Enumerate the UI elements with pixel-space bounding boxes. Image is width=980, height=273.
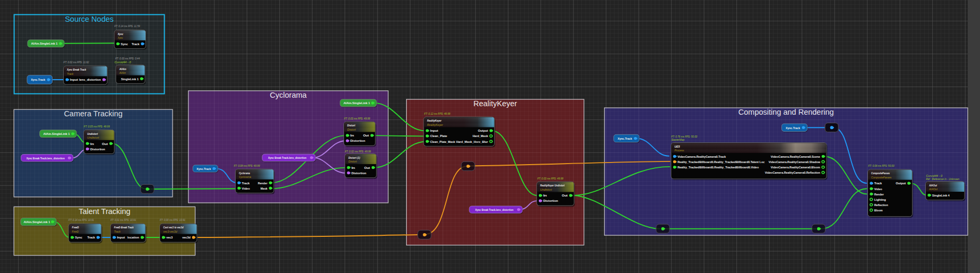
svg-text:VideoCamera.RealityCamera0.Tra: VideoCamera.RealityCamera0.Track — [677, 155, 726, 158]
svg-text:Corvid44 - 0: Corvid44 - 0 — [926, 174, 942, 177]
svg-text:Distort: Distort — [347, 128, 356, 131]
svg-text:In: In — [351, 166, 356, 169]
svg-text:CompositePasses: CompositePasses — [871, 176, 891, 179]
svg-text:FT: 0.76 ms FPS: 50.00: FT: 0.76 ms FPS: 50.00 — [671, 135, 697, 138]
svg-text:Reflection: Reflection — [874, 203, 889, 207]
svg-text:Process: Process — [675, 149, 684, 152]
svg-text:Input: Input — [430, 129, 438, 132]
svg-text:Out: Out — [364, 166, 370, 169]
svg-text:Compositing and Rendering: Compositing and Rendering — [738, 108, 834, 116]
svg-text:Track: Track — [132, 42, 140, 46]
svg-text:Reality_TrackedBillboard0.Real: Reality_TrackedBillboard0.Reality_Tracke… — [677, 160, 764, 164]
svg-text:Distortion: Distortion — [351, 172, 367, 175]
svg-text:FT: 0.00 ms FPS: 0.44: FT: 0.00 ms FPS: 0.44 — [115, 57, 140, 60]
svg-text:RealityKeyer: RealityKeyer — [427, 123, 444, 126]
svg-text:Source Nodes: Source Nodes — [65, 15, 114, 23]
svg-text:Distort: Distort — [348, 160, 357, 163]
svg-text:Render: Render — [258, 182, 268, 185]
svg-text:FT: 0.12 ms FPS: 49.99: FT: 0.12 ms FPS: 49.99 — [424, 112, 450, 115]
svg-text:FT: 0.14 ms FPS: 11.59: FT: 0.14 ms FPS: 11.59 — [115, 24, 140, 28]
svg-text:Xync: Xync — [117, 32, 124, 36]
svg-text:Out: Out — [363, 134, 369, 137]
svg-text:FT: 0.01 ms FPS: 10.91: FT: 0.01 ms FPS: 10.91 — [110, 218, 136, 221]
svg-text:AIAin: AIAin — [119, 71, 126, 74]
svg-text:UE5: UE5 — [675, 145, 681, 148]
svg-text:Bloom: Bloom — [874, 209, 883, 212]
svg-text:Distort: Distort — [347, 124, 356, 127]
svg-text:AIAin.SingleLink 1: AIAin.SingleLink 1 — [43, 132, 70, 135]
svg-text:In: In — [543, 194, 547, 197]
svg-text:Undistort: Undistort — [87, 132, 98, 135]
svg-text:FT: 0.14 ms FPS: 10.91: FT: 0.14 ms FPS: 10.91 — [68, 218, 94, 221]
svg-text:Undistort: Undistort — [87, 136, 99, 139]
svg-text:FT: 0.06 ms FPS: 50.00: FT: 0.06 ms FPS: 50.00 — [869, 164, 895, 167]
svg-text:location: location — [127, 236, 140, 239]
svg-text:Output: Output — [896, 182, 906, 185]
svg-text:FT: 0.02 ms FPS: 11.62: FT: 0.02 ms FPS: 11.62 — [64, 61, 89, 64]
svg-text:RealityKeyer Undistort: RealityKeyer Undistort — [540, 184, 565, 187]
svg-text:Hard_Mask_Horz_Blur: Hard_Mask_Horz_Blur — [456, 140, 488, 143]
svg-text:CompositePasses: CompositePasses — [871, 172, 890, 175]
svg-text:FT: 0.05 ms FPS: 49.99: FT: 0.05 ms FPS: 49.99 — [84, 125, 110, 128]
svg-text:StarterMap: StarterMap — [671, 138, 684, 141]
svg-text:Xync.Track: Xync.Track — [786, 126, 801, 130]
svg-text:Xync.Track: Xync.Track — [196, 167, 211, 170]
svg-text:Mask: Mask — [261, 187, 268, 190]
svg-text:FT: 0.00 ms FPS: 10.91: FT: 0.00 ms FPS: 10.91 — [160, 218, 185, 221]
svg-text:Xync: Xync — [117, 36, 123, 39]
svg-text:Lighting: Lighting — [874, 198, 887, 201]
svg-text:Xync Break Track: Xync Break Track — [66, 68, 86, 71]
svg-text:AIAOut: AIAOut — [929, 187, 938, 191]
svg-text:Out: Out — [562, 194, 568, 197]
svg-text:FreeD Break Track: FreeD Break Track — [114, 226, 134, 229]
svg-text:FT: 0.08 ms FPS: 49.99: FT: 0.08 ms FPS: 49.99 — [234, 164, 260, 167]
svg-text:Reality_TrackedBillboard0.Real: Reality_TrackedBillboard0.Reality_Tracke… — [677, 166, 759, 169]
svg-text:VideoCamera.RealityCamera0.Sha: VideoCamera.RealityCamera0.Shadow — [769, 160, 821, 164]
svg-text:SingleLink 4: SingleLink 4 — [932, 194, 950, 197]
svg-text:FT: 0.03 ms FPS: 49.99: FT: 0.03 ms FPS: 49.99 — [537, 177, 563, 180]
svg-text:vec3: vec3 — [166, 236, 173, 239]
svg-text:RealityKeyer: RealityKeyer — [474, 99, 517, 108]
svg-text:AIAin.SingleLink 1: AIAin.SingleLink 1 — [343, 101, 371, 105]
svg-text:Video: Video — [242, 187, 251, 190]
svg-text:Cyclorama: Cyclorama — [239, 172, 250, 175]
svg-text:Corvid44 - 0: Corvid44 - 0 — [115, 61, 131, 64]
svg-text:AIAOut: AIAOut — [929, 184, 938, 187]
svg-text:Xync.Track: Xync.Track — [618, 137, 633, 140]
svg-text:FT: 0.03 ms FPS: 49.99: FT: 0.03 ms FPS: 49.99 — [344, 117, 370, 120]
svg-text:Camera Tracking: Camera Tracking — [64, 109, 122, 118]
svg-text:Clean_Plate_Mask: Clean_Plate_Mask — [430, 140, 455, 143]
svg-text:Xync.Track: Xync.Track — [31, 78, 46, 81]
svg-text:RealityKeyer: RealityKeyer — [427, 119, 442, 122]
svg-text:VideoCamera.RealityCamera0.Ref: VideoCamera.RealityCamera0.Reflection — [765, 171, 821, 174]
svg-text:Cyclorama: Cyclorama — [239, 175, 251, 178]
svg-text:AIAin: AIAin — [119, 67, 126, 71]
svg-text:Track: Track — [87, 236, 95, 239]
svg-text:Output: Output — [478, 129, 488, 132]
svg-text:Cast vec3 to vec3d: Cast vec3 to vec3d — [164, 226, 184, 229]
svg-text:Hard_Mask: Hard_Mask — [472, 134, 488, 138]
svg-text:VideoCamera.RealityCamera0.Sce: VideoCamera.RealityCamera0.Scene — [771, 155, 820, 158]
svg-text:vec3d: vec3d — [182, 236, 191, 239]
svg-text:Undistort: Undistort — [540, 188, 552, 191]
svg-text:SingleLink 1: SingleLink 1 — [121, 78, 139, 81]
svg-text:Video: Video — [874, 187, 883, 191]
svg-text:vec3-vec3d: vec3-vec3d — [164, 230, 178, 233]
svg-text:Ref : Reference In - Unknown: Ref : Reference In - Unknown — [926, 177, 959, 181]
svg-text:Track: Track — [242, 182, 250, 185]
svg-text:lens_distortion: lens_distortion — [79, 78, 101, 81]
svg-text:Distortion: Distortion — [543, 199, 558, 202]
svg-text:Distortion: Distortion — [350, 139, 366, 142]
svg-text:Input: Input — [117, 236, 125, 239]
svg-text:VideoCamera.RealityCamera0.Blo: VideoCamera.RealityCamera0.Bloom — [771, 166, 820, 169]
svg-text:Clean_Plate: Clean_Plate — [430, 134, 447, 138]
svg-text:Xync Break Track.lens_distorti: Xync Break Track.lens_distortion — [475, 208, 513, 211]
svg-text:AIAin.SingleLink 1: AIAin.SingleLink 1 — [31, 42, 58, 45]
svg-text:FreeD: FreeD — [72, 230, 79, 233]
svg-text:Xync Break Track.lens_distorti: Xync Break Track.lens_distortion — [268, 156, 306, 159]
svg-text:Distortion: Distortion — [90, 148, 106, 151]
svg-text:Sync: Sync — [121, 42, 128, 46]
svg-text:Track: Track — [67, 72, 74, 75]
svg-text:Distort (1): Distort (1) — [348, 156, 360, 159]
svg-text:FT: 0.02 ms FPS: 49.99: FT: 0.02 ms FPS: 49.99 — [345, 150, 371, 153]
